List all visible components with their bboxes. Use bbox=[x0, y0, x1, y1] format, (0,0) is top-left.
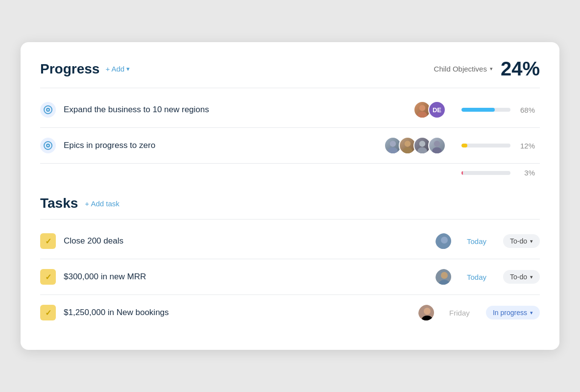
svg-point-4 bbox=[417, 112, 427, 119]
svg-point-14 bbox=[434, 141, 440, 147]
objective-avatars: DE bbox=[413, 101, 446, 119]
task-check-icon: ✓ bbox=[40, 305, 56, 320]
progress-right: Child Objectives ▾ 24% bbox=[434, 58, 540, 80]
svg-point-9 bbox=[388, 147, 398, 154]
svg-point-20 bbox=[441, 272, 448, 279]
objective-row: Epics in progress to zero bbox=[40, 128, 540, 164]
child-objectives-chevron-icon: ▾ bbox=[490, 66, 493, 72]
main-card: Progress + Add ▾ Child Objectives ▾ 24% bbox=[21, 42, 559, 350]
task-row: ✓ $1,250,000 in New bookings Friday In p… bbox=[40, 295, 540, 330]
svg-point-17 bbox=[441, 237, 448, 244]
status-chevron-icon: ▾ bbox=[530, 238, 533, 245]
svg-point-8 bbox=[390, 141, 396, 147]
status-chevron-icon: ▾ bbox=[530, 310, 533, 316]
tasks-divider bbox=[40, 219, 540, 220]
progress-bar-fill bbox=[461, 171, 463, 175]
svg-point-7 bbox=[48, 145, 49, 147]
progress-bar-container bbox=[461, 108, 510, 112]
task-check-icon: ✓ bbox=[40, 233, 56, 249]
tasks-list: ✓ Close 200 deals Today To-do ▾ ✓ $300,0… bbox=[40, 223, 540, 330]
svg-point-2 bbox=[48, 109, 49, 111]
objective-row: 3% bbox=[40, 164, 540, 182]
task-avatar bbox=[435, 232, 452, 250]
progress-bar-container bbox=[461, 171, 510, 175]
objective-row: Expand the business to 10 new regions DE… bbox=[40, 92, 540, 128]
progress-percentage: 24% bbox=[501, 58, 540, 80]
task-date: Friday bbox=[445, 309, 474, 317]
task-status-badge[interactable]: To-do ▾ bbox=[503, 234, 540, 248]
objective-label: Expand the business to 10 new regions bbox=[64, 105, 413, 115]
progress-bar-fill bbox=[461, 144, 467, 147]
task-label: Close 200 deals bbox=[64, 236, 435, 246]
svg-point-23 bbox=[424, 308, 431, 315]
task-date: Today bbox=[462, 273, 491, 281]
progress-bar-fill bbox=[461, 108, 495, 112]
objective-icon bbox=[40, 102, 56, 118]
progress-area: 12% bbox=[461, 142, 540, 150]
objective-icon bbox=[40, 138, 56, 153]
add-chevron-icon: ▾ bbox=[126, 65, 130, 73]
svg-point-12 bbox=[419, 141, 425, 147]
task-row: ✓ Close 200 deals Today To-do ▾ bbox=[40, 223, 540, 259]
progress-add-button[interactable]: + Add ▾ bbox=[105, 65, 130, 73]
progress-header: Progress + Add ▾ Child Objectives ▾ 24% bbox=[40, 58, 540, 80]
task-label: $300,000 in new MRR bbox=[64, 272, 435, 282]
tasks-title: Tasks bbox=[40, 196, 78, 211]
progress-area: 3% bbox=[461, 169, 540, 177]
objective-label: Epics in progress to zero bbox=[64, 141, 384, 150]
objective-avatars bbox=[384, 137, 446, 154]
progress-pct-label: 3% bbox=[515, 169, 535, 177]
task-avatar bbox=[417, 304, 435, 321]
svg-point-15 bbox=[432, 147, 442, 154]
progress-bar-container bbox=[461, 144, 510, 147]
svg-point-11 bbox=[403, 147, 412, 154]
task-avatar bbox=[435, 268, 452, 286]
progress-area: 68% bbox=[461, 106, 540, 114]
task-status-badge[interactable]: In progress ▾ bbox=[486, 306, 540, 319]
task-status-badge[interactable]: To-do ▾ bbox=[503, 270, 540, 284]
status-chevron-icon: ▾ bbox=[530, 274, 533, 280]
add-task-button[interactable]: + Add task bbox=[85, 199, 119, 208]
child-objectives-button[interactable]: Child Objectives ▾ bbox=[434, 65, 493, 73]
task-date: Today bbox=[462, 237, 491, 245]
progress-title: Progress bbox=[40, 61, 99, 77]
task-check-icon: ✓ bbox=[40, 269, 56, 285]
avatar-initials: DE bbox=[428, 101, 446, 119]
svg-point-3 bbox=[419, 105, 425, 111]
svg-point-13 bbox=[417, 147, 427, 154]
tasks-header: Tasks + Add task bbox=[40, 196, 540, 211]
task-row: ✓ $300,000 in new MRR Today To-do ▾ bbox=[40, 259, 540, 295]
task-label: $1,250,000 in New bookings bbox=[64, 308, 417, 318]
objectives-list: Expand the business to 10 new regions DE… bbox=[40, 92, 540, 182]
progress-pct-label: 68% bbox=[515, 106, 535, 114]
svg-point-10 bbox=[405, 141, 411, 147]
avatar bbox=[428, 137, 446, 154]
progress-divider bbox=[40, 88, 540, 88]
progress-pct-label: 12% bbox=[515, 142, 535, 150]
